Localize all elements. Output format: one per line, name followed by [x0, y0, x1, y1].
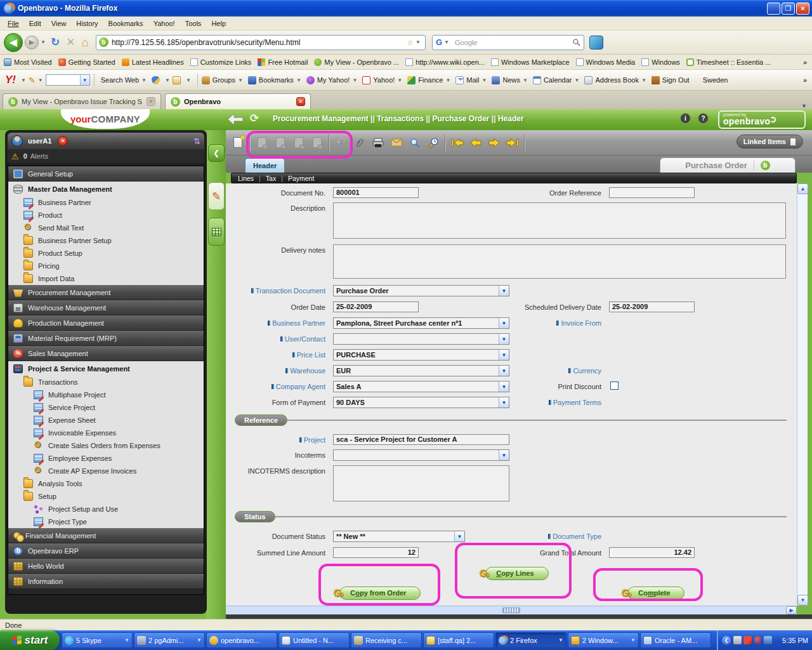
logout-icon[interactable]: ✕: [58, 136, 68, 146]
order-reference-input[interactable]: [609, 187, 695, 198]
home-icon[interactable]: ⌂: [81, 36, 88, 50]
sidebar-menu-item[interactable]: Warehouse Management: [8, 300, 204, 315]
browser-tab-inactive[interactable]: b My View - Openbravo Issue Tracking S..…: [3, 93, 161, 109]
yahoo-toolbar-item[interactable]: Groups ▼: [202, 76, 246, 84]
taskbar-item[interactable]: 2 Window... ▼: [568, 632, 639, 648]
yahoo-search-input[interactable]: ▼: [46, 74, 90, 86]
yahoo-item-caret[interactable]: ▼: [352, 77, 357, 83]
tab-header[interactable]: Header: [245, 158, 285, 173]
print-discount-checkbox[interactable]: [610, 381, 619, 390]
grand-total-amount-input[interactable]: 12.42: [609, 547, 695, 558]
sidebar-item-label[interactable]: Invoiceable Expenses: [48, 429, 116, 437]
edit-mode-tab[interactable]: ✎: [208, 182, 225, 210]
first-record-icon[interactable]: [449, 134, 466, 152]
sidebar-menu-item[interactable]: Business Partner: [8, 196, 204, 209]
bookmark-label[interactable]: Getting Started: [69, 58, 115, 66]
grid-mode-tab[interactable]: [208, 218, 225, 246]
scroll-down-icon[interactable]: ▼: [797, 595, 808, 606]
taskbar-item-label[interactable]: Receiving c...: [365, 637, 419, 644]
sidebar-menu-item[interactable]: Product: [8, 209, 204, 222]
scrollbar-grip[interactable]: [502, 607, 520, 613]
yahoo-item-label[interactable]: Finance: [418, 76, 443, 84]
yahoo-item-label[interactable]: Bookmarks: [259, 76, 294, 84]
sidebar-item-label[interactable]: Project Type: [48, 518, 87, 526]
bookmark-label[interactable]: http://www.wiki.open...: [416, 58, 485, 66]
taskbar-item-label[interactable]: 2 pgAdmi...: [148, 637, 197, 644]
sidebar-menu-item[interactable]: Expense Sheet: [8, 414, 204, 427]
yahoo-toolbar-item[interactable]: Address Book ▼: [584, 76, 648, 84]
bookmark-label[interactable]: Windows Media: [586, 58, 636, 66]
taskbar-item[interactable]: 5 Skype ▼: [62, 632, 133, 648]
sidebar-item-label[interactable]: Create AP Expense Invoices: [48, 467, 136, 475]
delivery-notes-textarea[interactable]: [333, 244, 786, 279]
taskbar-item-label[interactable]: [staff.qa] 2...: [438, 637, 491, 644]
bookmark-item[interactable]: Customize Links: [190, 58, 252, 66]
complete-button[interactable]: ⚙ Complete: [620, 586, 684, 600]
field-label-link[interactable]: User/Contact: [226, 333, 325, 344]
antispy-shield-icon[interactable]: [152, 76, 160, 84]
vertical-scrollbar[interactable]: ▲ ▼: [797, 183, 808, 606]
sidebar-item-label[interactable]: Setup: [38, 493, 56, 500]
bookmark-label[interactable]: Windows: [652, 58, 680, 66]
yahoo-item-caret[interactable]: ▼: [641, 77, 646, 83]
mailc-caret[interactable]: ▼: [186, 77, 191, 83]
taskbar-item[interactable]: Untitled - N... ▼: [278, 632, 350, 648]
sidebar-menu-item[interactable]: Business Partner Setup: [8, 234, 204, 247]
sidebar-item-label[interactable]: Create Sales Orders from Expenses: [48, 442, 160, 449]
bookmark-item[interactable]: Latest Headlines: [122, 58, 184, 66]
scheduled-delivery-date-input[interactable]: 25-02-2009: [609, 302, 695, 312]
incoterms-select[interactable]: ▼: [333, 449, 509, 461]
taskbar-item-caret[interactable]: ▼: [558, 637, 563, 643]
menu-item[interactable]: Edit: [24, 18, 46, 29]
summed-line-amount-input[interactable]: 12: [333, 547, 419, 558]
compose-mail-icon[interactable]: [173, 76, 181, 84]
document-no-input[interactable]: 800001: [333, 187, 419, 198]
sidebar-menu-item[interactable]: Employee Expenses: [8, 452, 204, 465]
sidebar-menu-item[interactable]: Analysis Tools: [8, 477, 204, 490]
bookmark-label[interactable]: Free Hotmail: [268, 58, 308, 66]
sidebar-item-label[interactable]: Financial Management: [25, 532, 96, 540]
print-icon[interactable]: [369, 134, 386, 152]
sidebar-item-label[interactable]: Product: [38, 211, 62, 219]
copy-from-order-button[interactable]: ⚙ Copy from Order: [332, 586, 421, 600]
alerts-row[interactable]: ⚠ 0 Alerts: [8, 149, 204, 163]
search-bar[interactable]: G ▼ Google: [432, 35, 584, 50]
yahoo-toolbar-item[interactable]: Bookmarks ▼: [248, 76, 304, 84]
app-refresh-icon[interactable]: ⟳: [250, 112, 259, 125]
yahoo-item-label[interactable]: News: [502, 76, 520, 84]
sidebar-item-label[interactable]: Product Setup: [38, 249, 82, 257]
sidebar-item-label[interactable]: Information: [28, 578, 63, 585]
tray-network-icon[interactable]: [764, 636, 772, 644]
dropdown-icon[interactable]: ▼: [454, 531, 464, 541]
sidebar-menu-item[interactable]: Financial Management: [8, 528, 204, 543]
taskbar-item-label[interactable]: 5 Skype: [76, 637, 124, 644]
search-engine-icon[interactable]: G: [436, 37, 442, 47]
pencil-icon[interactable]: ✎: [29, 76, 36, 85]
sidebar-item-label[interactable]: Service Project: [48, 404, 95, 411]
audit-trail-icon[interactable]: [424, 134, 442, 152]
taskbar-item[interactable]: [staff.qa] 2... ▼: [423, 632, 494, 648]
bookmark-item[interactable]: Getting Started: [58, 58, 115, 66]
menu-item[interactable]: View: [46, 18, 72, 29]
yahoo-item-label[interactable]: Yahoo!: [373, 76, 395, 84]
yahoo-item-label[interactable]: My Yahoo!: [317, 76, 350, 84]
sidebar-item-label[interactable]: Employee Expenses: [48, 454, 112, 462]
tab-close-icon[interactable]: ✕: [296, 97, 305, 106]
dropdown-icon[interactable]: ▼: [499, 366, 509, 376]
menu-sort-icon[interactable]: ⇅: [193, 136, 200, 146]
field-label-link[interactable]: Project: [226, 434, 325, 445]
next-record-icon[interactable]: [485, 134, 502, 152]
tab-label[interactable]: Openbravo: [184, 98, 292, 105]
sidebar-item-label[interactable]: Project & Service Management: [28, 365, 130, 373]
field-label-link[interactable]: Warehouse: [226, 365, 325, 376]
engine-dropdown-icon[interactable]: ▼: [444, 39, 449, 45]
bookmark-label[interactable]: Windows Marketplace: [501, 58, 570, 66]
sidebar-item-label[interactable]: Import Data: [38, 275, 74, 282]
search-web-button[interactable]: Search Web▼: [101, 76, 149, 84]
tab-close-icon[interactable]: ✕: [147, 97, 155, 106]
subtab-lines[interactable]: Lines: [238, 175, 254, 182]
sidebar-item-label[interactable]: Transactions: [38, 378, 78, 386]
bookmark-label[interactable]: Timesheet :: Essentia ...: [697, 58, 771, 66]
bookmark-label[interactable]: My View - Openbravo ...: [324, 58, 399, 66]
taskbar-item[interactable]: 2 Firefox ▼: [495, 632, 566, 648]
